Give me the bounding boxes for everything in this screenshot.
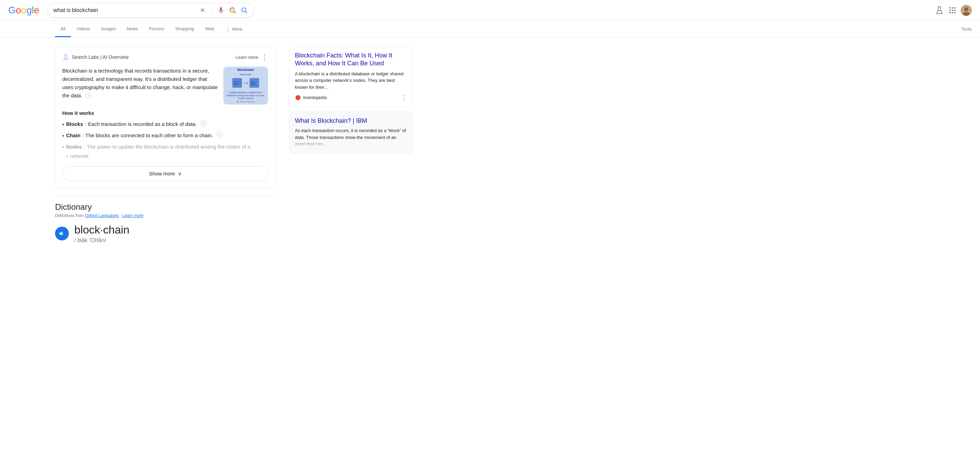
ai-overview-header: Search Labs | AI Overview Learn more ⋮ xyxy=(62,53,268,61)
link-icon xyxy=(86,94,91,98)
blockchain-visual: ⟶ xyxy=(232,78,259,88)
svg-point-10 xyxy=(950,12,951,13)
blockchain-image-desc: A digital database or ledger that is dis… xyxy=(226,91,265,100)
search-button[interactable] xyxy=(240,6,248,14)
google-logo[interactable]: Google xyxy=(8,5,39,16)
dictionary-phonetic: / bläk ˈCHān/ xyxy=(74,237,129,243)
speaker-icon xyxy=(59,230,65,237)
more-dots-icon: ⋮ xyxy=(225,26,231,32)
svg-point-7 xyxy=(950,10,951,11)
block-2 xyxy=(250,78,259,88)
ai-overview-title: Search Labs | AI Overview xyxy=(72,54,129,60)
avatar[interactable] xyxy=(961,5,972,16)
term-nodes-cont: network. xyxy=(70,152,90,160)
how-it-works-title: How it works xyxy=(62,110,268,116)
ai-learn-more-link[interactable]: Learn more xyxy=(236,55,258,60)
search-bar-wrapper: ✕ xyxy=(48,3,254,18)
term-chain: Chain xyxy=(66,132,81,140)
right-column: Blockchain Facts: What Is It, How It Wor… xyxy=(289,46,413,243)
card-investopedia-footer: i Investopedia ⋮ xyxy=(295,94,407,102)
tab-all[interactable]: All xyxy=(55,21,71,37)
oxford-link[interactable]: Oxford Languages xyxy=(85,213,119,218)
voice-search-button[interactable] xyxy=(217,6,225,14)
search-bar: ✕ xyxy=(48,3,254,18)
speaker-button[interactable] xyxy=(55,227,69,240)
source-card-ibm: What Is Blockchain? | IBM As each transa… xyxy=(289,111,413,153)
how-it-works-list: Blocks : Each transaction is recorded as… xyxy=(62,120,268,160)
citation-icon[interactable] xyxy=(85,93,92,99)
blockchain-image-source: ⊕ investopedia xyxy=(236,100,255,103)
divider xyxy=(211,6,212,14)
link-icon-2 xyxy=(201,121,205,125)
mic-icon xyxy=(217,6,225,14)
main-content: Search Labs | AI Overview Learn more ⋮ B… xyxy=(0,38,413,243)
svg-text:i: i xyxy=(298,97,298,99)
ai-options-icon[interactable]: ⋮ xyxy=(261,53,268,61)
clear-button[interactable]: ✕ xyxy=(199,7,206,14)
blockchain-image-title: Blockchain xyxy=(237,68,254,71)
svg-point-17 xyxy=(65,58,66,59)
apps-button[interactable] xyxy=(948,6,956,14)
show-more-label: Show more xyxy=(149,171,175,176)
close-icon: ✕ xyxy=(199,7,206,14)
card-investopedia-title[interactable]: Blockchain Facts: What Is It, How It Wor… xyxy=(295,52,407,68)
show-more-button[interactable]: Show more ∨ xyxy=(62,166,268,181)
ai-overview-card: Search Labs | AI Overview Learn more ⋮ B… xyxy=(55,46,275,188)
term-blocks-text: : Each transaction is recorded as a bloc… xyxy=(85,120,196,128)
dictionary-word-row: block·chain / bläk ˈCHān/ xyxy=(55,224,275,243)
dictionary-source: Definitions from Oxford Languages · Lear… xyxy=(55,213,275,218)
dictionary-title: Dictionary xyxy=(55,202,275,212)
card-investopedia-options[interactable]: ⋮ xyxy=(401,94,407,102)
blockchain-image: Blockchain /blak·chān/ ⟶ xyxy=(223,67,268,105)
term-nodes-text: : The power to update the blockchain is … xyxy=(84,143,250,151)
dictionary-word: block·chain xyxy=(74,224,129,236)
svg-point-14 xyxy=(964,7,968,11)
tab-news[interactable]: News xyxy=(121,21,144,37)
left-column: Search Labs | AI Overview Learn more ⋮ B… xyxy=(55,46,275,243)
ai-header-left: Search Labs | AI Overview xyxy=(62,54,129,60)
labs-button[interactable] xyxy=(935,5,944,15)
term-blocks: Blocks xyxy=(66,120,83,128)
chain-connector: ⟶ xyxy=(243,81,248,85)
block-1 xyxy=(232,78,242,88)
apps-icon xyxy=(948,6,956,14)
bullet-chain: Chain : The blocks are connected to each… xyxy=(62,132,268,140)
tab-forums[interactable]: Forums xyxy=(143,21,170,37)
card-ibm-title[interactable]: What Is Blockchain? | IBM xyxy=(295,117,407,124)
ai-header-right: Learn more ⋮ xyxy=(236,53,268,61)
magnifier-icon xyxy=(240,6,248,14)
svg-point-4 xyxy=(950,7,951,9)
source-card-investopedia: Blockchain Facts: What Is It, How It Wor… xyxy=(289,46,413,107)
citation-blocks-icon[interactable] xyxy=(200,120,207,126)
investopedia-name: Investopedia xyxy=(303,95,326,100)
search-labs-icon xyxy=(62,54,69,60)
ai-main-text: Blockchain is a technology that records … xyxy=(62,67,218,100)
more-label: More xyxy=(232,27,243,32)
tools-button[interactable]: Tools xyxy=(953,22,980,36)
lens-icon xyxy=(229,6,236,14)
investopedia-logo: i Investopedia xyxy=(295,95,326,101)
dictionary-section: Dictionary Definitions from Oxford Langu… xyxy=(55,197,275,243)
card-investopedia-desc: A blockchain is a distributed database o… xyxy=(295,70,407,91)
svg-point-6 xyxy=(954,7,956,9)
svg-point-5 xyxy=(952,7,953,9)
tab-web[interactable]: Web xyxy=(200,21,220,37)
citation-chain-icon[interactable] xyxy=(216,132,223,138)
svg-point-1 xyxy=(232,9,234,11)
term-nodes: Nodes xyxy=(66,143,82,151)
svg-point-12 xyxy=(954,12,956,13)
nav-tabs: All Videos Images News Forums Shopping W… xyxy=(0,21,980,38)
svg-point-9 xyxy=(954,10,956,11)
link-icon-3 xyxy=(218,132,221,136)
dict-learn-more-link[interactable]: Learn more xyxy=(122,213,143,218)
dictionary-word-info: block·chain / bläk ˈCHān/ xyxy=(74,224,129,243)
bullet-nodes-cont: network. xyxy=(62,152,268,160)
tab-videos[interactable]: Videos xyxy=(71,21,95,37)
image-search-button[interactable] xyxy=(229,6,236,14)
search-input[interactable] xyxy=(53,7,199,13)
tab-images[interactable]: Images xyxy=(95,21,121,37)
tab-shopping[interactable]: Shopping xyxy=(170,21,200,37)
header: Google ✕ xyxy=(0,0,980,21)
more-button[interactable]: ⋮ More xyxy=(220,21,248,37)
blockchain-image-phonetic: /blak·chān/ xyxy=(240,73,251,76)
